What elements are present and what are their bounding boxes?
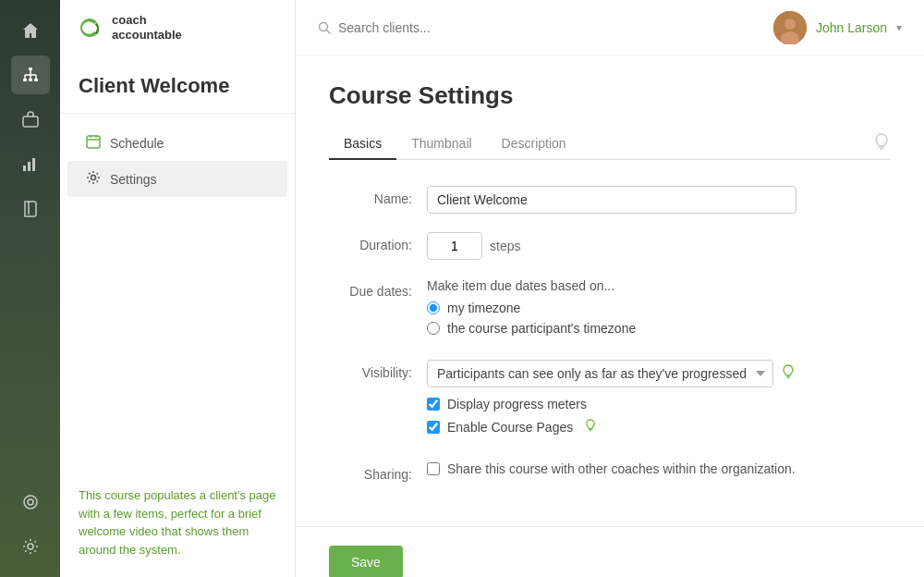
user-caret-icon: ▾ (896, 21, 902, 34)
sidebar-title: Client Welcome (79, 74, 276, 98)
sharing-field-wrap: Share this course with other coaches wit… (427, 461, 891, 476)
svg-rect-1 (23, 79, 27, 81)
tab-description[interactable]: Description (487, 129, 581, 160)
duration-input[interactable] (427, 232, 482, 260)
tabs-bar: Basics Thumbnail Description (329, 129, 891, 160)
radio-participant-timezone: the course participant's timezone (427, 321, 891, 336)
panel-sidebar: coach accountable Client Welcome Schedul… (60, 0, 296, 577)
logo-area: coach accountable (60, 0, 295, 55)
name-field-wrap (427, 186, 891, 214)
chart-icon[interactable] (11, 144, 50, 183)
lightbulb-icon (872, 132, 891, 151)
radio-participant-timezone-input[interactable] (427, 322, 440, 335)
due-dates-label: Due dates: (329, 278, 412, 299)
radio-my-timezone-label: my timezone (447, 301, 520, 315)
bulb-small-icon (584, 419, 597, 432)
due-dates-desc: Make item due dates based on... (427, 278, 891, 293)
visibility-field-wrap: Participants can see only as far as they… (427, 360, 891, 443)
name-row: Name: (329, 186, 891, 214)
svg-line-24 (327, 30, 331, 33)
org-icon[interactable] (11, 55, 50, 94)
svg-rect-3 (34, 79, 38, 81)
page-title: Course Settings (329, 81, 891, 110)
hint-icon (872, 132, 891, 155)
schedule-nav-item[interactable]: Schedule (67, 125, 287, 161)
enable-course-pages-checkbox[interactable] (427, 421, 440, 434)
main-content: John Larson ▾ Course Settings Basics Thu… (296, 0, 924, 577)
svg-point-15 (28, 499, 33, 505)
settings-nav-item[interactable]: Settings (67, 161, 287, 197)
svg-rect-18 (87, 136, 100, 148)
sharing-label: Sharing: (329, 461, 412, 482)
search-icon (318, 21, 331, 34)
due-dates-field-wrap: Make item due dates based on... my timez… (427, 278, 891, 341)
course-pages-hint-icon (584, 419, 597, 436)
svg-rect-11 (28, 162, 30, 171)
icon-sidebar (0, 0, 60, 577)
schedule-icon (86, 134, 101, 152)
briefcase-icon[interactable] (11, 100, 50, 139)
radio-my-timezone: my timezone (427, 301, 891, 315)
svg-rect-9 (23, 117, 38, 127)
book-icon[interactable] (11, 189, 50, 227)
duration-label: Duration: (329, 232, 412, 252)
visibility-select[interactable]: Participants can see only as far as they… (427, 360, 773, 387)
svg-rect-12 (32, 158, 35, 171)
sidebar-description: This course populates a client's page wi… (60, 468, 295, 577)
svg-point-26 (784, 18, 796, 30)
save-button[interactable]: Save (329, 546, 403, 577)
gear-icon[interactable] (11, 527, 50, 566)
sharing-row: Sharing: Share this course with other co… (329, 461, 891, 482)
logo-text: coach accountable (112, 13, 182, 42)
visibility-wrap: Participants can see only as far as they… (427, 360, 891, 387)
svg-rect-17 (75, 13, 104, 43)
radio-participant-timezone-label: the course participant's timezone (447, 321, 636, 336)
svg-rect-2 (29, 79, 32, 81)
schedule-nav-label: Schedule (110, 136, 164, 151)
tab-basics[interactable]: Basics (329, 129, 396, 160)
enable-course-pages-label: Enable Course Pages (447, 420, 573, 435)
tab-thumbnail[interactable]: Thumbnail (396, 129, 486, 160)
svg-point-16 (28, 544, 33, 549)
settings-nav-label: Settings (110, 172, 157, 187)
visibility-hint-icon (781, 364, 796, 383)
avatar-image (773, 11, 807, 44)
logo-icon (75, 13, 104, 43)
sidebar-title-area: Client Welcome (60, 55, 295, 114)
avatar (773, 11, 807, 44)
display-progress-row: Display progress meters (427, 397, 891, 411)
sharing-checkbox[interactable] (427, 462, 440, 475)
sidebar-nav: Schedule Settings (60, 114, 295, 208)
name-input[interactable] (427, 186, 796, 214)
bulb-icon (781, 364, 796, 379)
settings-nav-icon (86, 170, 101, 188)
home-icon[interactable] (11, 11, 50, 50)
search-bar (318, 20, 759, 35)
page-body: Course Settings Basics Thumbnail Descrip… (296, 55, 924, 526)
display-progress-checkbox[interactable] (427, 398, 440, 411)
user-menu[interactable]: John Larson ▾ (773, 11, 902, 44)
enable-course-pages-row: Enable Course Pages (427, 419, 891, 436)
radio-my-timezone-input[interactable] (427, 301, 440, 314)
svg-rect-10 (23, 166, 26, 171)
duration-field-wrap: steps (427, 232, 891, 260)
save-section: Save (296, 526, 924, 577)
visibility-label: Visibility: (329, 360, 412, 380)
svg-point-14 (24, 496, 37, 509)
search-input[interactable] (338, 20, 523, 35)
topbar: John Larson ▾ (296, 0, 924, 55)
due-dates-row: Due dates: Make item due dates based on.… (329, 278, 891, 341)
visibility-row: Visibility: Participants can see only as… (329, 360, 891, 443)
sharing-wrap: Share this course with other coaches wit… (427, 461, 891, 476)
display-progress-label: Display progress meters (447, 397, 587, 411)
svg-rect-0 (29, 68, 32, 70)
circle-icon[interactable] (11, 483, 50, 522)
sharing-desc: Share this course with other coaches wit… (447, 461, 796, 476)
steps-suffix: steps (490, 239, 520, 253)
username: John Larson (816, 20, 887, 35)
duration-row: Duration: steps (329, 232, 891, 260)
svg-point-22 (91, 176, 96, 180)
name-label: Name: (329, 186, 412, 206)
